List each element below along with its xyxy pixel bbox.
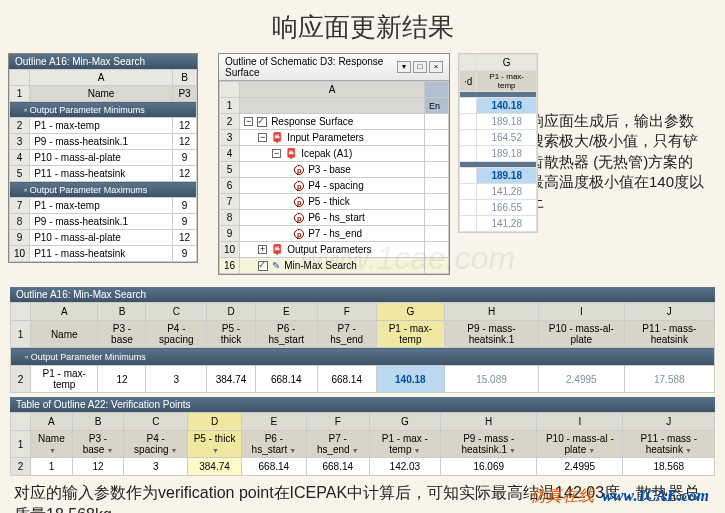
vhdr-name[interactable]: Name▼ (31, 431, 73, 458)
g-val[interactable]: 141.28 (477, 184, 537, 200)
g-val-hl[interactable]: 140.18 (477, 98, 537, 114)
dropdown-icon[interactable]: ▼ (106, 447, 113, 454)
outline-d3-panel: Outline of Schematic D3: Response Surfac… (218, 53, 450, 275)
param-icon: p (294, 213, 304, 223)
g-col-header[interactable]: G (477, 55, 537, 71)
checkbox-icon[interactable] (257, 117, 267, 127)
p3-header[interactable]: P3 (173, 86, 197, 102)
hdr-p4[interactable]: P4 - spacing (146, 321, 207, 348)
dropdown-icon[interactable]: ▼ (509, 447, 516, 454)
g-val-hl2[interactable]: 189.18 (477, 168, 537, 184)
wide-data-row[interactable]: 2P1 - max-temp123384.74668.14668.14140.1… (11, 366, 715, 393)
collapse-icon[interactable]: − (258, 133, 267, 142)
g-val[interactable]: 164.52 (477, 130, 537, 146)
tree-p6[interactable]: pP6 - hs_start (240, 210, 425, 226)
verification-title: Table of Outline A22: Verification Point… (10, 397, 715, 412)
dropdown-icon[interactable]: ▼ (212, 447, 219, 454)
param-icon: p (294, 181, 304, 191)
col-a[interactable]: A (30, 70, 173, 86)
vhdr-p1[interactable]: P1 - max -temp▼ (369, 431, 441, 458)
vhdr-p4[interactable]: P4 - spacing▼ (124, 431, 188, 458)
hdr-p11[interactable]: P11 - mass-heatsink (624, 321, 714, 348)
tree-p5[interactable]: pP5 - thick (240, 194, 425, 210)
maximize-button[interactable]: □ (413, 61, 427, 73)
wide-a16-table: ABCDEFGHIJ 1NameP3 - baseP4 - spacingP5 … (10, 302, 715, 393)
name-header[interactable]: Name (30, 86, 173, 102)
tree-minmax-search[interactable]: ✎Min-Max Search (240, 258, 425, 274)
tree-p7[interactable]: pP7 - hs_end (240, 226, 425, 242)
tree-p4[interactable]: pP4 - spacing (240, 178, 425, 194)
vhdr-p11[interactable]: P11 - mass -heatsink▼ (623, 431, 715, 458)
close-button[interactable]: × (429, 61, 443, 73)
outline-a16-panel: Outline A16: Min-Max Search AB 1NameP3 ▫… (8, 53, 198, 263)
explanation-text-top: 响应面生成后，输出参数搜索极大/极小值，只有铲齿散热器 (无热管)方案的最高温度… (529, 111, 707, 212)
tree-p3[interactable]: pP3 - base (240, 162, 425, 178)
wide-a16-title: Outline A16: Min-Max Search (10, 287, 715, 302)
section-minimums[interactable]: ▫ Output Parameter Minimums (10, 102, 197, 118)
g-val[interactable]: 166.55 (477, 200, 537, 216)
g-column-strip: G ·dP1 - max-temp 140.18 189.18 164.52 1… (458, 53, 538, 233)
row-p11-max[interactable]: P11 - mass-heatsink (30, 246, 173, 262)
vhdr-p3[interactable]: P3 - base▼ (72, 431, 123, 458)
restore-button[interactable]: ▾ (397, 61, 411, 73)
vhdr-p5[interactable]: P5 - thick▼ (188, 431, 241, 458)
hdr-p5[interactable]: P5 - thick (207, 321, 256, 348)
hdr-p7[interactable]: P7 - hs_end (317, 321, 376, 348)
g-val[interactable]: 189.18 (477, 146, 537, 162)
param-icon: p (294, 165, 304, 175)
row-p11-min[interactable]: P11 - mass-heatsink (30, 166, 173, 182)
vhdr-p7[interactable]: P7 - hs_end▼ (307, 431, 370, 458)
tree-input-params[interactable]: −📮Input Parameters (240, 130, 425, 146)
row-p10-max[interactable]: P10 - mass-al-plate (30, 230, 173, 246)
page-title: 响应面更新结果 (0, 0, 725, 53)
row-p9-min[interactable]: P9 - mass-heatsink.1 (30, 134, 173, 150)
logo-text: www.1CAE.com (602, 487, 709, 504)
vhdr-p9[interactable]: P9 - mass -heatsink.1▼ (441, 431, 537, 458)
vhdr-p6[interactable]: P6 - hs_start▼ (241, 431, 306, 458)
a16-table: AB 1NameP3 ▫ Output Parameter Minimums 2… (9, 69, 197, 262)
row-p10-min[interactable]: P10 - mass-al-plate (30, 150, 173, 166)
dropdown-icon[interactable]: ▼ (289, 447, 296, 454)
wide-section-min[interactable]: ▫ Output Parameter Minimums (11, 348, 715, 366)
row-p9-max[interactable]: P9 - mass-heatsink.1 (30, 214, 173, 230)
g-val[interactable]: 141.28 (477, 216, 537, 232)
tree-output-params[interactable]: +📮Output Parameters (240, 242, 425, 258)
d3-col-a[interactable]: A (240, 82, 425, 98)
dropdown-icon[interactable]: ▼ (414, 447, 421, 454)
panel-a16-title: Outline A16: Min-Max Search (9, 54, 197, 69)
row-p1-max[interactable]: P1 - max-temp (30, 198, 173, 214)
row-p1-min[interactable]: P1 - max-temp (30, 118, 173, 134)
dropdown-icon[interactable]: ▼ (352, 447, 359, 454)
g-val[interactable]: 189.18 (477, 114, 537, 130)
col-b[interactable]: B (173, 70, 197, 86)
checkbox-icon[interactable] (258, 261, 268, 271)
watermark: 仿真在线 www.1CAE.com (530, 486, 709, 507)
expand-icon[interactable]: + (258, 245, 267, 254)
hdr-p6[interactable]: P6 - hs_start (255, 321, 317, 348)
section-maximums[interactable]: ▫ Output Parameter Maximums (10, 182, 197, 198)
dropdown-icon[interactable]: ▼ (171, 447, 178, 454)
collapse-icon[interactable]: − (272, 149, 281, 158)
d3-col-en[interactable]: En (425, 98, 449, 114)
hdr-p1[interactable]: P1 - max-temp (376, 321, 444, 348)
verification-row[interactable]: 21123384.74668.14668.14142.0316.0692.499… (11, 458, 715, 476)
d3-window-title: Outline of Schematic D3: Response Surfac… (225, 56, 395, 78)
hdr-p3[interactable]: P3 - base (98, 321, 146, 348)
tree-icepak[interactable]: −📮Icepak (A1) (240, 146, 425, 162)
d3-table: A 1En 2−Response Surface 3−📮Input Parame… (219, 81, 449, 274)
param-icon: p (294, 229, 304, 239)
verification-table: ABCDEFGHIJ 1 Name▼ P3 - base▼ P4 - spaci… (10, 412, 715, 476)
vhdr-p10[interactable]: P10 - mass-al -plate▼ (537, 431, 623, 458)
g-p1-header[interactable]: P1 - max-temp (477, 71, 537, 92)
collapse-icon[interactable]: − (244, 117, 253, 126)
hdr-p9[interactable]: P9 - mass-heatsink.1 (444, 321, 538, 348)
dropdown-icon[interactable]: ▼ (588, 447, 595, 454)
hdr-p10[interactable]: P10 - mass-al-plate (539, 321, 624, 348)
dropdown-icon[interactable]: ▼ (685, 447, 692, 454)
hdr-name[interactable]: Name (31, 321, 98, 348)
dropdown-icon[interactable]: ▼ (49, 447, 56, 454)
tree-response-surface[interactable]: −Response Surface (240, 114, 425, 130)
param-icon: p (294, 197, 304, 207)
